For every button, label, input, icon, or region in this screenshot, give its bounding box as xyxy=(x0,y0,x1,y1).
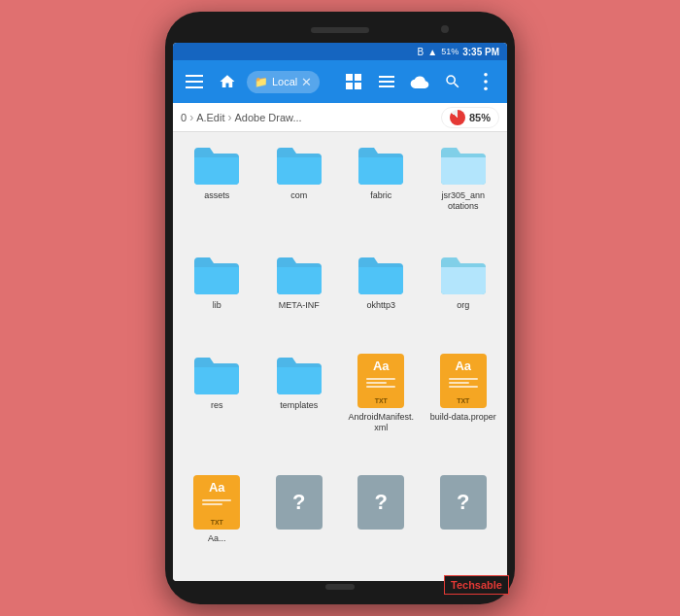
list-item[interactable]: fabric xyxy=(341,136,422,244)
list-item[interactable]: META-INF xyxy=(259,246,340,344)
list-item[interactable]: ? xyxy=(341,467,422,577)
file-name: META-INF xyxy=(279,300,320,311)
cloud-icon[interactable] xyxy=(406,68,433,95)
breadcrumb: 0 › A.Edit › Adobe Draw... 85% xyxy=(173,103,507,132)
phone-camera xyxy=(441,25,449,33)
folder-icon xyxy=(437,144,490,187)
tab-close-icon[interactable]: ✕ xyxy=(301,75,312,89)
svg-rect-1 xyxy=(186,81,203,83)
phone-top xyxy=(173,23,507,43)
folder-icon xyxy=(355,254,407,296)
svg-point-12 xyxy=(484,86,488,90)
folder-icon xyxy=(190,254,243,296)
list-item[interactable]: Aa TXT Aa... xyxy=(177,467,257,577)
signal-icon: ▲ xyxy=(427,47,437,57)
battery-level: 51% xyxy=(441,47,459,56)
grid-view-icon[interactable] xyxy=(340,68,367,95)
svg-point-10 xyxy=(484,73,488,77)
breadcrumb-path1[interactable]: A.Edit xyxy=(196,112,224,123)
txt-file-icon: Aa TXT xyxy=(357,354,404,408)
svg-rect-5 xyxy=(346,83,353,89)
list-view-icon[interactable] xyxy=(373,68,400,95)
svg-rect-9 xyxy=(379,86,394,87)
search-icon[interactable] xyxy=(439,68,466,95)
folder-icon xyxy=(273,254,325,296)
more-options-icon[interactable] xyxy=(472,68,499,95)
file-name: jsr305_ann otations xyxy=(429,190,497,212)
file-name: fabric xyxy=(370,190,391,201)
list-item[interactable]: ? xyxy=(424,467,504,577)
list-item[interactable]: com xyxy=(259,136,340,244)
breadcrumb-path2[interactable]: Adobe Draw... xyxy=(234,112,301,123)
file-name: AndroidManifest.xml xyxy=(347,412,415,433)
phone-speaker xyxy=(311,27,369,33)
file-name: com xyxy=(290,190,307,201)
file-name: res xyxy=(211,400,223,411)
storage-badge: 85% xyxy=(441,107,499,128)
list-item[interactable]: ? xyxy=(259,467,340,577)
list-item[interactable]: okhttp3 xyxy=(341,246,422,344)
svg-rect-3 xyxy=(346,74,353,81)
svg-rect-4 xyxy=(355,74,361,81)
list-item[interactable]: lib xyxy=(177,246,257,344)
techsable-watermark: Techsable xyxy=(444,575,509,595)
list-item[interactable]: templates xyxy=(259,346,340,465)
svg-point-11 xyxy=(484,80,488,84)
breadcrumb-chevron-2: › xyxy=(227,111,231,124)
svg-rect-7 xyxy=(379,76,394,78)
file-name: Aa... xyxy=(208,533,226,544)
file-name: build-data.proper xyxy=(430,412,496,423)
folder-icon xyxy=(273,144,325,187)
local-tab[interactable]: 📁 Local ✕ xyxy=(247,71,320,93)
home-icon[interactable] xyxy=(214,68,241,95)
folder-icon xyxy=(190,354,243,396)
storage-percent: 85% xyxy=(469,112,491,123)
list-item[interactable]: res xyxy=(177,346,257,465)
clock: 3:35 PM xyxy=(462,47,499,57)
unknown-file-icon: ? xyxy=(276,475,323,530)
tab-label: Local xyxy=(272,76,297,87)
txt-file-icon: Aa TXT xyxy=(193,475,240,530)
list-item[interactable]: org xyxy=(424,246,504,344)
file-name: templates xyxy=(280,400,318,411)
breadcrumb-root[interactable]: 0 xyxy=(181,112,187,123)
file-name: org xyxy=(457,300,469,311)
list-item[interactable]: Aa TXT build-data.proper xyxy=(424,346,504,465)
status-bar: B ▲ 51% 3:35 PM xyxy=(173,43,507,60)
svg-rect-8 xyxy=(379,81,394,83)
techsable-prefix: Tech xyxy=(451,579,475,591)
status-b-icon: B xyxy=(418,47,425,57)
list-item[interactable]: jsr305_ann otations xyxy=(424,136,504,244)
folder-icon xyxy=(190,144,243,187)
unknown-file-icon: ? xyxy=(357,475,404,530)
list-item[interactable]: Aa TXT AndroidManifest.xml xyxy=(341,346,422,465)
menu-icon[interactable] xyxy=(181,68,208,95)
list-item[interactable]: assets xyxy=(177,136,257,244)
svg-rect-2 xyxy=(186,86,203,88)
storage-pie-chart xyxy=(450,110,465,125)
home-button[interactable] xyxy=(325,584,355,590)
folder-icon xyxy=(355,144,407,187)
unknown-file-icon: ? xyxy=(440,475,487,530)
svg-rect-6 xyxy=(355,83,361,89)
file-grid: assets com xyxy=(173,132,507,581)
txt-file-icon: Aa TXT xyxy=(440,354,487,408)
folder-icon xyxy=(273,354,325,396)
phone-screen: B ▲ 51% 3:35 PM 📁 Local ✕ xyxy=(173,43,507,581)
breadcrumb-chevron-1: › xyxy=(189,111,193,124)
phone-frame: B ▲ 51% 3:35 PM 📁 Local ✕ xyxy=(165,12,515,604)
app-toolbar: 📁 Local ✕ xyxy=(173,60,507,103)
folder-icon xyxy=(437,254,490,296)
svg-rect-0 xyxy=(186,75,203,77)
tab-file-icon: 📁 xyxy=(255,76,268,88)
techsable-suffix: sable xyxy=(475,579,502,591)
file-name: assets xyxy=(204,190,229,201)
file-name: okhttp3 xyxy=(366,300,395,311)
file-name: lib xyxy=(213,300,221,311)
